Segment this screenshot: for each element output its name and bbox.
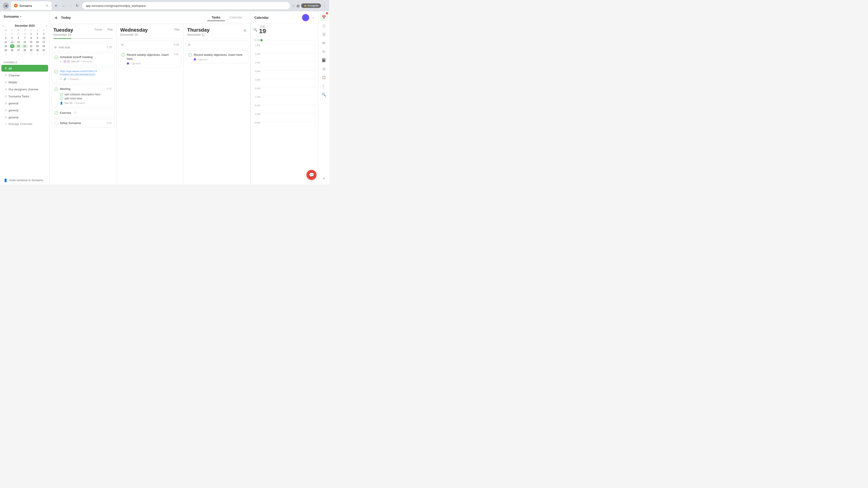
right-icon-notebook[interactable]: 📓: [320, 56, 328, 64]
cal-day-13[interactable]: 13: [16, 40, 22, 44]
cal-day-5-next[interactable]: 5: [28, 53, 34, 56]
refresh-button[interactable]: ↻: [74, 2, 81, 9]
cal-day-15[interactable]: 15: [28, 40, 34, 44]
cal-day-29[interactable]: 29: [28, 48, 34, 52]
thursday-add-task-btn[interactable]: ⊕: [185, 41, 248, 49]
task-card-weekly-thu[interactable]: ✓ Recent weekly objectives, insert here:…: [185, 51, 248, 63]
more-options-button[interactable]: ⋮: [322, 3, 327, 8]
cal-day-6[interactable]: 6: [16, 36, 22, 40]
new-tab-button[interactable]: +: [53, 3, 59, 9]
cal-day-12[interactable]: 12: [9, 40, 15, 44]
sidebar-item-general-3[interactable]: # general: [1, 114, 48, 121]
cal-day-28[interactable]: 28: [22, 48, 28, 52]
nav-back-button[interactable]: ◀: [53, 14, 58, 21]
forward-button[interactable]: →: [67, 2, 74, 9]
cal-day-9[interactable]: 9: [34, 36, 40, 40]
weekly-wed-check-icon[interactable]: ✓: [121, 53, 125, 57]
cal-day-25[interactable]: 25: [3, 48, 9, 52]
sidebar-item-middle[interactable]: # Middle: [1, 79, 48, 86]
right-icon-target[interactable]: ◎: [320, 65, 328, 73]
weekly-thu-check-icon[interactable]: ✓: [188, 53, 192, 57]
cal-zoom-btn[interactable]: 🔍: [253, 28, 257, 32]
meeting-check-icon[interactable]: ✓: [55, 88, 58, 91]
layout-button[interactable]: ▣: [296, 4, 300, 8]
cal-day-28-prev[interactable]: 28: [9, 32, 15, 36]
mini-cal-prev-button[interactable]: ‹: [3, 24, 4, 27]
cal-day-31[interactable]: 31: [41, 48, 47, 52]
cal-day-11[interactable]: 11: [3, 40, 9, 44]
cal-day-6-next[interactable]: 6: [34, 53, 40, 56]
cal-day-23[interactable]: 23: [34, 44, 40, 48]
task-card-kickoff[interactable]: ✓ Schedule kickoff meeting ↻ Dec 20: [52, 53, 115, 66]
mini-cal-next-button[interactable]: ›: [46, 24, 47, 27]
cal-day-3[interactable]: 3: [41, 32, 47, 36]
right-icon-moon[interactable]: ☾: [320, 82, 328, 90]
bookmark-button[interactable]: ☆: [292, 4, 295, 8]
cal-day-8[interactable]: 8: [28, 36, 34, 40]
sidebar-item-sunsama-tasks[interactable]: # Sunsama Tasks: [1, 93, 48, 100]
back-button[interactable]: ←: [61, 2, 67, 9]
tuesday-plan-btn[interactable]: Plan: [107, 28, 113, 31]
cal-day-20[interactable]: 20: [16, 44, 22, 48]
cal-timeline[interactable]: 12 AM 1 AM 2 AM 3 AM 4 AM: [251, 36, 318, 184]
right-icon-list[interactable]: ☰: [320, 30, 328, 38]
subtask-1-check[interactable]: ✓: [60, 93, 63, 96]
cal-day-18[interactable]: 18: [3, 44, 9, 48]
url-check-icon[interactable]: ✓: [55, 70, 58, 73]
cal-day-21[interactable]: 21: [22, 44, 28, 48]
wednesday-add-task-btn[interactable]: ⊕ 0:30: [119, 41, 182, 49]
cal-day-5[interactable]: 5: [9, 36, 15, 40]
cal-day-1-next[interactable]: 1: [3, 53, 9, 56]
cal-day-26[interactable]: 26: [9, 48, 15, 52]
active-tab[interactable]: S Sunsama ✕: [11, 1, 52, 10]
cal-day-14[interactable]: 14: [22, 40, 28, 44]
cal-day-16[interactable]: 16: [34, 40, 40, 44]
address-bar[interactable]: app.sunsama.com/group/moodjoy_workspace: [82, 2, 290, 9]
cal-day-4-next[interactable]: 4: [22, 53, 28, 56]
cal-day-2[interactable]: 2: [34, 32, 40, 36]
cal-day-27[interactable]: 27: [16, 48, 22, 52]
chat-fab-button[interactable]: 💬: [307, 170, 316, 180]
sidebar-item-general-1[interactable]: # general: [1, 100, 48, 107]
right-icon-cal2[interactable]: 📋 4: [320, 73, 328, 81]
cal-day-27-prev[interactable]: 27: [3, 32, 9, 36]
right-icon-network[interactable]: ⬡: [320, 22, 328, 30]
tab-back-btn[interactable]: ◀: [3, 2, 9, 9]
sidebar-item-all[interactable]: # all: [1, 65, 48, 72]
right-icon-search[interactable]: 🔍: [320, 90, 328, 98]
kickoff-check-icon[interactable]: ✓: [55, 56, 58, 59]
cal-day-4[interactable]: 4: [3, 36, 9, 40]
cal-day-22[interactable]: 22: [28, 44, 34, 48]
cal-day-17[interactable]: 17: [41, 40, 47, 44]
sidebar-item-designers[interactable]: # Our designers channel: [1, 86, 48, 93]
tab-calendar[interactable]: Calendar: [225, 14, 247, 21]
sidebar-invite[interactable]: 👤 Invite someone to Sunsama: [0, 176, 50, 184]
manage-channels-btn[interactable]: + Manage Channels: [1, 121, 48, 127]
cal-day-7-next[interactable]: 7: [41, 53, 47, 56]
right-icon-mail[interactable]: ✉: [320, 39, 328, 47]
subtask-2-check[interactable]: ✓: [60, 97, 63, 100]
cal-day-2-next[interactable]: 2: [9, 53, 15, 56]
user-avatar[interactable]: 👤: [302, 14, 309, 21]
task-card-url[interactable]: ✓ https://app.asana.com/0/12061746763851…: [52, 67, 115, 83]
task-card-setup[interactable]: Setup Sunsama 0:20: [52, 119, 115, 127]
cal-day-10[interactable]: 10: [41, 36, 47, 40]
today-label[interactable]: Today: [61, 15, 71, 20]
cal-day-24[interactable]: 24: [41, 44, 47, 48]
right-icon-sync[interactable]: ↻: [320, 47, 328, 56]
sidebar-header[interactable]: Sunsama ▾: [0, 11, 50, 22]
cal-day-19-today[interactable]: 19: [10, 44, 14, 48]
sidebar-item-general-2[interactable]: # general: [1, 107, 48, 113]
cal-day-7[interactable]: 7: [22, 36, 28, 40]
exercise-check-icon[interactable]: ✓: [55, 111, 58, 115]
cal-day-1[interactable]: 1: [28, 32, 34, 36]
cal-day-30-prev[interactable]: 30: [22, 32, 28, 36]
task-card-exercise[interactable]: ✓ Exercise ⏱: [52, 109, 115, 117]
task-card-meeting[interactable]: ✓ Meeting 0:15 ✓ add subtasks descriptio…: [52, 85, 115, 107]
setup-check-icon[interactable]: [55, 121, 58, 125]
tuesday-focus-btn[interactable]: Focus: [95, 28, 102, 31]
right-icon-plus[interactable]: +: [320, 174, 328, 183]
tab-tasks[interactable]: Tasks: [207, 14, 225, 21]
wednesday-plan-btn[interactable]: Plan: [174, 28, 180, 31]
cal-forward-btn[interactable]: →: [311, 15, 315, 20]
